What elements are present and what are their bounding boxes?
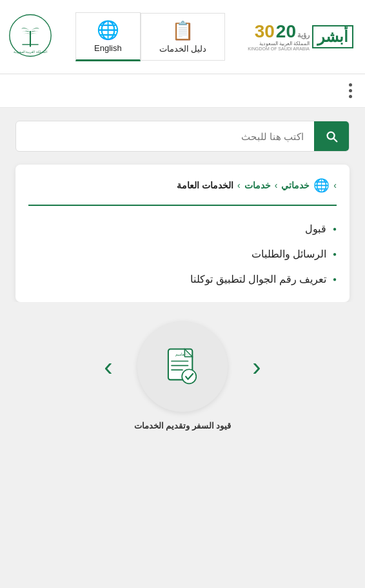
dot-2	[349, 89, 352, 92]
carousel: ‹	[0, 321, 365, 412]
globe-icon: 🌐	[97, 19, 119, 41]
breadcrumb-underline	[28, 205, 337, 206]
vision-tagline: المملكة العربية السعودية	[259, 41, 310, 46]
nav-english[interactable]: 🌐 English	[75, 12, 141, 61]
breadcrumb-item-khedamat[interactable]: خدمات	[244, 180, 271, 190]
carousel-item-label: قيود السفر وتقديم الخدمات	[134, 421, 232, 431]
vision-year: 20	[276, 23, 296, 41]
gov-logo: المملكة العربية السعودية	[8, 13, 53, 61]
book-icon: 📋	[172, 20, 194, 41]
list-item[interactable]: تعريف رقم الجوال لتطبيق توكلنا	[28, 267, 337, 292]
taameem-icon: تعاميم	[161, 345, 204, 389]
menu-bar	[0, 74, 365, 108]
vision-tagline-en: KINGDOM OF SAUDI ARABIA	[248, 46, 310, 51]
list-item-label: تعريف رقم الجوال لتطبيق توكلنا	[190, 273, 326, 285]
search-box	[15, 121, 350, 152]
header-nav: 📋 دليل الخدمات 🌐 English	[75, 12, 225, 61]
breadcrumb-item-khedamati[interactable]: خدماتي	[281, 180, 310, 190]
dot-3	[349, 95, 352, 98]
carousel-item: تعاميم	[137, 321, 228, 412]
vision-logo-group: أبشر رؤية 2030 المملكة العربية السعودية …	[248, 23, 357, 51]
svg-point-10	[182, 369, 196, 383]
breadcrumb-globe-icon: 🌐	[313, 177, 330, 193]
breadcrumb-card: › 🌐 خدماتي › خدمات › الخدمات العامة قبول…	[15, 165, 350, 302]
carousel-next-button[interactable]: ›	[92, 350, 124, 383]
services-list: قبول الرسائل والطلبات تعريف رقم الجوال ل…	[28, 216, 337, 292]
list-item[interactable]: قبول	[28, 216, 337, 241]
english-label: English	[94, 43, 122, 53]
search-button[interactable]	[314, 121, 349, 151]
breadcrumb-item-general[interactable]: الخدمات العامة	[177, 180, 233, 190]
search-icon	[324, 129, 339, 143]
breadcrumb-left-arrow: ›	[333, 180, 337, 190]
search-section	[0, 108, 365, 165]
search-input[interactable]	[16, 122, 314, 151]
dot-1	[349, 83, 352, 86]
svg-text:تعاميم: تعاميم	[175, 352, 186, 357]
list-item-label: الرسائل والطلبات	[252, 248, 326, 260]
list-item-label: قبول	[305, 223, 326, 235]
list-item[interactable]: الرسائل والطلبات	[28, 241, 337, 267]
menu-dots-button[interactable]	[337, 83, 352, 98]
bottom-section: ‹	[0, 302, 365, 443]
breadcrumb-sep-2: ›	[237, 180, 241, 190]
services-guide-label: دليل الخدمات	[159, 44, 207, 54]
absha-logo: أبشر	[312, 25, 353, 48]
breadcrumb: › 🌐 خدماتي › خدمات › الخدمات العامة	[28, 177, 337, 193]
carousel-prev-button[interactable]: ‹	[241, 350, 273, 383]
header: أبشر رؤية 2030 المملكة العربية السعودية …	[0, 0, 365, 74]
carousel-item-inner: تعاميم	[161, 345, 204, 389]
nav-services-guide[interactable]: 📋 دليل الخدمات	[141, 13, 226, 61]
svg-text:المملكة العربية السعودية: المملكة العربية السعودية	[14, 50, 47, 54]
breadcrumb-sep-1: ›	[275, 180, 278, 190]
vision-prefix: رؤية	[297, 31, 310, 39]
